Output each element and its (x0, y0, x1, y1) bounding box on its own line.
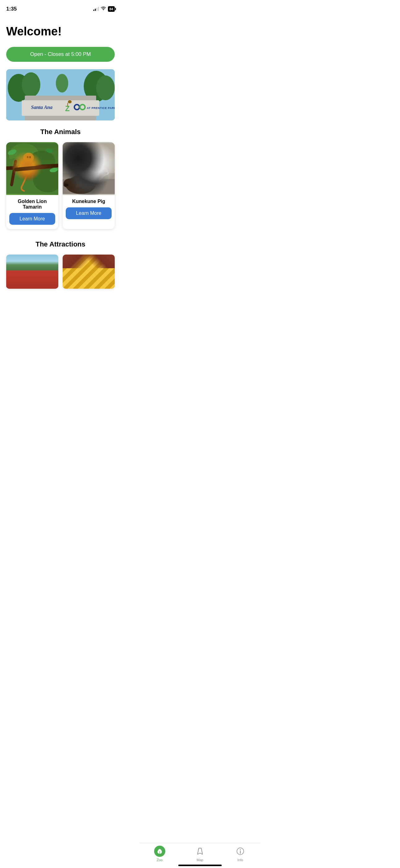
svg-rect-97 (67, 270, 69, 288)
svg-point-56 (66, 184, 68, 186)
tamarin-image (6, 142, 58, 195)
battery-icon: 84 (108, 6, 115, 12)
svg-point-54 (64, 183, 69, 187)
svg-rect-62 (9, 274, 12, 278)
animals-section-title: The Animals (6, 128, 115, 136)
svg-marker-93 (72, 257, 88, 270)
open-status-badge: Open - Closes at 5:00 PM (6, 47, 115, 62)
svg-rect-76 (9, 275, 14, 277)
svg-point-77 (10, 275, 14, 278)
svg-point-36 (67, 151, 91, 168)
svg-marker-90 (64, 261, 73, 270)
zoo-banner-svg: Santa Ana Z AT PRENTICE PARK (6, 69, 115, 120)
svg-rect-64 (19, 274, 22, 278)
svg-rect-57 (6, 255, 58, 288)
svg-point-32 (49, 167, 58, 173)
svg-point-29 (27, 158, 30, 160)
svg-point-38 (66, 153, 77, 162)
svg-point-59 (33, 257, 50, 280)
svg-point-23 (25, 157, 32, 169)
svg-point-24 (25, 154, 33, 161)
svg-rect-101 (66, 282, 113, 283)
svg-line-83 (87, 257, 107, 258)
svg-point-53 (64, 179, 76, 189)
svg-rect-80 (8, 279, 10, 280)
svg-point-42 (66, 151, 70, 157)
attraction-card-2 (63, 254, 115, 289)
svg-line-86 (87, 257, 88, 270)
svg-text:P: P (11, 275, 13, 278)
svg-rect-75 (10, 276, 11, 283)
svg-point-51 (66, 176, 96, 194)
svg-rect-21 (6, 164, 58, 170)
svg-point-46 (95, 166, 108, 177)
svg-point-43 (70, 151, 74, 156)
svg-point-12 (75, 105, 79, 109)
svg-rect-105 (100, 271, 109, 275)
animal-card-tamarin: Golden Lion Tamarin Learn More (6, 142, 58, 229)
svg-point-39 (67, 157, 71, 161)
svg-rect-33 (63, 143, 115, 194)
animal-card-pig: Kunekune Pig Learn More (63, 142, 115, 229)
svg-rect-103 (79, 271, 88, 275)
attraction-card-1: ne P (6, 254, 58, 289)
svg-point-31 (45, 148, 53, 154)
svg-point-50 (100, 164, 105, 170)
svg-point-106 (106, 270, 112, 276)
svg-line-88 (98, 258, 101, 270)
svg-line-82 (69, 257, 87, 258)
pig-learn-more-button[interactable]: Learn More (66, 207, 112, 219)
zoo-banner: Santa Ana Z AT PRENTICE PARK (6, 69, 115, 120)
svg-point-41 (69, 158, 70, 159)
svg-point-26 (25, 154, 33, 161)
tamarin-learn-more-button[interactable]: Learn More (9, 213, 55, 225)
svg-point-49 (106, 172, 108, 174)
svg-point-48 (104, 172, 106, 174)
svg-rect-99 (109, 270, 110, 288)
svg-point-107 (107, 271, 111, 275)
svg-point-79 (8, 278, 11, 281)
svg-line-87 (73, 258, 75, 270)
status-icons: 84 (93, 6, 115, 12)
svg-rect-100 (66, 276, 113, 277)
svg-text:AT PRENTICE PARK: AT PRENTICE PARK (87, 106, 115, 110)
svg-rect-98 (85, 270, 87, 288)
svg-point-30 (7, 148, 17, 156)
svg-rect-102 (69, 271, 77, 275)
svg-point-5 (56, 74, 68, 93)
svg-rect-34 (63, 173, 115, 194)
svg-point-28 (29, 156, 31, 158)
svg-rect-22 (10, 160, 18, 187)
attraction-image-1: ne P (6, 254, 58, 289)
svg-point-17 (9, 143, 39, 167)
svg-rect-66 (9, 280, 12, 284)
pig-image (63, 142, 115, 195)
svg-point-47 (103, 171, 109, 175)
svg-point-20 (33, 165, 58, 192)
svg-point-44 (77, 164, 104, 183)
svg-line-85 (107, 258, 112, 270)
svg-point-18 (29, 151, 55, 172)
svg-point-19 (6, 158, 27, 188)
pig-card-body: Kunekune Pig Learn More (63, 195, 115, 223)
welcome-title: Welcome! (6, 25, 115, 38)
wifi-icon (101, 6, 106, 11)
svg-point-58 (23, 254, 43, 281)
svg-marker-89 (64, 261, 73, 270)
svg-point-2 (22, 72, 40, 97)
signal-icon (93, 7, 99, 11)
svg-rect-81 (63, 255, 115, 288)
svg-point-27 (27, 156, 29, 158)
svg-rect-73 (8, 272, 14, 274)
svg-rect-35 (63, 179, 115, 194)
svg-point-55 (65, 184, 66, 186)
svg-point-52 (70, 176, 88, 187)
svg-rect-104 (89, 271, 98, 275)
tamarin-name: Golden Lion Tamarin (9, 199, 55, 210)
svg-rect-96 (66, 270, 112, 288)
attraction-image-2 (63, 254, 115, 289)
svg-point-45 (84, 164, 101, 176)
attractions-grid: ne P (6, 254, 115, 289)
main-content: Welcome! Open - Closes at 5:00 PM Santa … (0, 16, 121, 315)
svg-point-4 (96, 75, 115, 100)
